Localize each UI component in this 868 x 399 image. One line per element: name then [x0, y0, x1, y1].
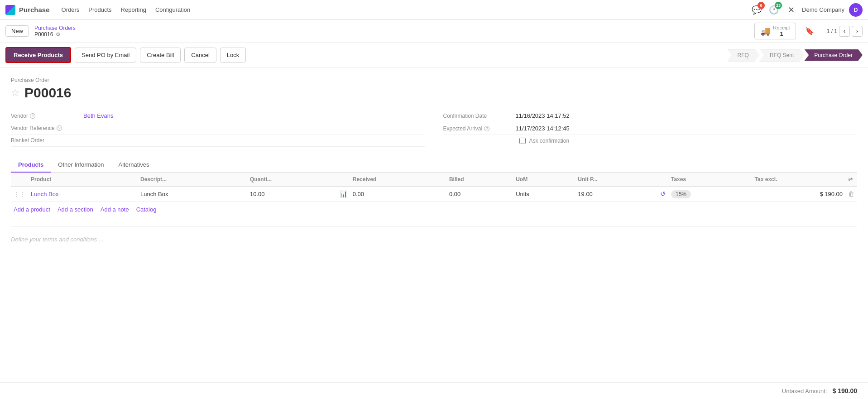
vendor-ref-help-icon[interactable]: ? — [57, 125, 62, 131]
wrench-icon: ✕ — [788, 5, 795, 15]
th-quantity: Quanti... — [247, 173, 337, 187]
add-row: Add a product Add a section Add a note C… — [11, 202, 857, 217]
receipt-button[interactable]: 🚚 Receipt 1 — [754, 23, 796, 39]
confirmation-date-row: Confirmation Date 11/16/2023 14:17:52 — [443, 110, 858, 122]
bookmark-icon[interactable]: 🔖 — [805, 27, 814, 35]
truck-icon: 🚚 — [760, 26, 770, 36]
taxes-cell[interactable]: 15% — [668, 187, 752, 202]
top-nav: Purchase Orders Products Reporting Confi… — [0, 0, 868, 20]
vendor-ref-label: Vendor Reference ? — [11, 125, 83, 131]
send-po-email-button[interactable]: Send PO by Email — [75, 48, 136, 62]
page-info: 1 / 1 — [827, 28, 837, 34]
form-grid: Vendor ? Beth Evans Vendor Reference ? B… — [11, 110, 857, 147]
th-reset — [657, 173, 668, 187]
quantity-cell[interactable]: 10.00 — [247, 187, 337, 202]
lock-button[interactable]: Lock — [220, 48, 246, 62]
app-logo — [5, 5, 15, 15]
th-taxes: Taxes — [668, 173, 752, 187]
pagination-area: 1 / 1 ‹ › — [827, 26, 863, 37]
wrench-button[interactable]: ✕ — [785, 4, 797, 16]
status-bar: RFQ RFQ Sent Purchase Order — [727, 49, 863, 62]
vendor-ref-row: Vendor Reference ? — [11, 122, 425, 135]
nav-right: 💬 6 🕐 23 ✕ Demo Company D — [750, 3, 863, 17]
receipt-label: Receipt — [773, 25, 790, 30]
main-content: Purchase Order ☆ P00016 Vendor ? Beth Ev… — [0, 68, 868, 261]
add-section-link[interactable]: Add a section — [58, 206, 93, 213]
form-right: Confirmation Date 11/16/2023 14:17:52 Ex… — [443, 110, 858, 147]
company-name: Demo Company — [802, 6, 844, 13]
clock-badge: 23 — [775, 2, 782, 9]
expected-arrival-help-icon[interactable]: ? — [484, 126, 489, 131]
notifications-badge: 6 — [758, 2, 765, 9]
chart-icon-cell[interactable]: 📊 — [337, 187, 350, 202]
nav-orders[interactable]: Orders — [57, 0, 84, 20]
drag-handle[interactable]: ⋮⋮ — [11, 187, 28, 202]
prev-page-button[interactable]: ‹ — [839, 26, 850, 37]
confirmation-date-label: Confirmation Date — [443, 113, 516, 119]
blanket-order-row: Blanket Order — [11, 135, 425, 147]
catalog-link[interactable]: Catalog — [136, 206, 157, 213]
tabs: Products Other Information Alternatives — [11, 158, 857, 173]
status-rfq: RFQ — [727, 49, 759, 62]
reset-icon[interactable]: ↺ — [660, 190, 666, 197]
gear-icon[interactable]: ⚙ — [56, 31, 61, 38]
vendor-row: Vendor ? Beth Evans — [11, 110, 425, 122]
product-link[interactable]: Lunch Box — [31, 191, 58, 197]
received-cell: 0.00 — [350, 187, 446, 202]
notifications-button[interactable]: 💬 6 — [750, 4, 763, 16]
reset-icon-cell[interactable]: ↺ — [657, 187, 668, 202]
th-received: Received — [350, 173, 446, 187]
vendor-value[interactable]: Beth Evans — [83, 112, 114, 119]
logo-icon — [5, 5, 15, 15]
app-title: Purchase — [19, 6, 50, 14]
po-header: ☆ P00016 — [11, 85, 857, 101]
breadcrumb-row: New Purchase Orders P00016 ⚙ 🚚 Receipt 1… — [0, 20, 868, 43]
unit-price-cell[interactable]: 19.00 — [575, 187, 657, 202]
th-tax-excl: Tax excl. — [752, 173, 845, 187]
th-product: Product — [28, 173, 138, 187]
tab-products[interactable]: Products — [11, 158, 51, 173]
confirmation-date-value: 11/16/2023 14:17:52 — [516, 112, 570, 119]
table-row: ⋮⋮ Lunch Box Lunch Box 10.00 📊 0.00 — [11, 187, 857, 202]
form-left: Vendor ? Beth Evans Vendor Reference ? B… — [11, 110, 425, 147]
th-billed: Billed — [446, 173, 513, 187]
next-page-button[interactable]: › — [852, 26, 863, 37]
billed-cell: 0.00 — [446, 187, 513, 202]
tab-other-information[interactable]: Other Information — [51, 158, 111, 173]
nav-products[interactable]: Products — [84, 0, 116, 20]
expected-arrival-row: Expected Arrival ? 11/17/2023 14:12:45 — [443, 122, 858, 135]
create-bill-button[interactable]: Create Bill — [140, 48, 181, 62]
action-bar: Receive Products Send PO by Email Create… — [0, 43, 868, 68]
products-table-area: Product Descript... Quanti... Received B… — [11, 173, 857, 217]
status-rfq-sent: RFQ Sent — [759, 49, 804, 62]
tax-badge: 15% — [671, 190, 691, 198]
terms-placeholder[interactable]: Define your terms and conditions ... — [11, 236, 104, 243]
nav-reporting[interactable]: Reporting — [116, 0, 151, 20]
add-product-link[interactable]: Add a product — [14, 206, 50, 213]
ask-confirmation-row: Ask confirmation — [443, 135, 858, 147]
favorite-star-icon[interactable]: ☆ — [11, 87, 20, 99]
avatar[interactable]: D — [849, 3, 863, 17]
description-cell: Lunch Box — [138, 187, 247, 202]
delete-cell[interactable]: 🗑 — [845, 187, 857, 202]
cancel-button[interactable]: Cancel — [184, 48, 216, 62]
chart-icon[interactable]: 📊 — [340, 190, 347, 197]
breadcrumb-parent[interactable]: Purchase Orders — [34, 25, 76, 31]
delete-icon[interactable]: 🗑 — [848, 190, 854, 197]
breadcrumb-current: P00016 ⚙ — [34, 31, 76, 38]
vendor-label: Vendor ? — [11, 113, 83, 119]
ask-confirmation-label: Ask confirmation — [529, 138, 570, 144]
add-note-link[interactable]: Add a note — [101, 206, 129, 213]
ask-confirmation-checkbox[interactable] — [519, 138, 526, 144]
expected-arrival-value: 11/17/2023 14:12:45 — [516, 125, 570, 132]
receive-products-button[interactable]: Receive Products — [5, 47, 71, 63]
po-label: Purchase Order — [11, 77, 857, 83]
tax-excl-cell: $ 190.00 — [752, 187, 845, 202]
tab-alternatives[interactable]: Alternatives — [111, 158, 157, 173]
table-header: Product Descript... Quanti... Received B… — [11, 173, 857, 187]
clock-button[interactable]: 🕐 23 — [767, 4, 780, 16]
new-button[interactable]: New — [5, 25, 29, 37]
th-drag — [11, 173, 28, 187]
vendor-help-icon[interactable]: ? — [30, 113, 35, 119]
nav-configuration[interactable]: Configuration — [151, 0, 195, 20]
